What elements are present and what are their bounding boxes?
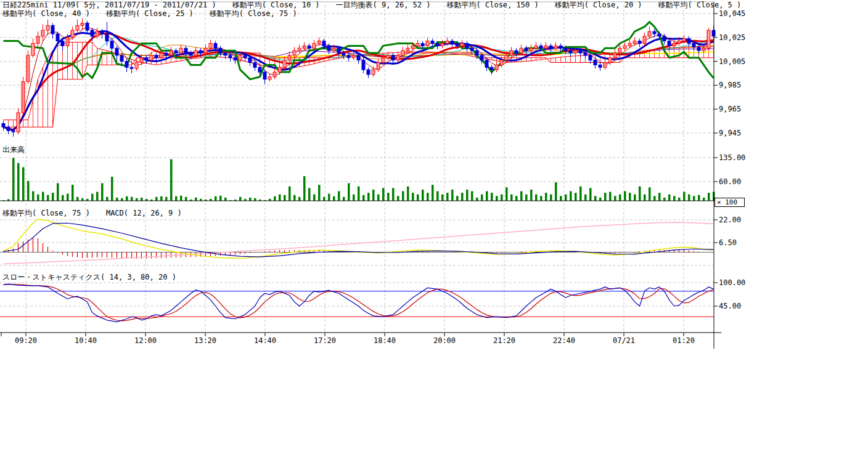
header-indicator-label-2: 一目均衡表( 9, 26, 52 ) bbox=[336, 1, 431, 9]
price-axis-tick-label: 9,945 bbox=[719, 129, 741, 137]
header-indicator-label2-0: 移動平均( Close, 40 ) bbox=[2, 10, 90, 18]
header-indicator-label-5: 移動平均( Close, 5 ) bbox=[658, 1, 742, 9]
time-axis-tick-label: 17:20 bbox=[314, 337, 336, 345]
stochastics-pane-label: スロー・ストキャスティクス( 14, 3, 80, 20 ) bbox=[2, 273, 176, 281]
price-axis-tick-label: 10,005 bbox=[719, 58, 745, 66]
macd-pane-label-0: 移動平均( Close, 75 ) bbox=[2, 209, 90, 217]
header-indicator-label2-2: 移動平均( Close, 75 ) bbox=[210, 10, 297, 18]
stoch-axis-tick-label: 100.00 bbox=[719, 279, 745, 287]
macd-pane-label-row: 移動平均( Close, 75 )MACD( 12, 26, 9 ) bbox=[2, 209, 182, 217]
moving-average-lines bbox=[4, 22, 714, 130]
header-indicator-label2-1: 移動平均( Close, 25 ) bbox=[106, 10, 194, 18]
volume-multiplier-badge: × 100 bbox=[714, 198, 745, 207]
macd-pane-label-1: MACD( 12, 26, 9 ) bbox=[106, 209, 182, 217]
time-axis-tick-label: 09:20 bbox=[15, 337, 37, 345]
stochastics-pane bbox=[0, 284, 714, 321]
volume-axis-tick-label: 60.00 bbox=[719, 178, 741, 186]
time-axis-tick-label: 20:00 bbox=[433, 337, 456, 345]
volume-pane bbox=[2, 158, 715, 201]
macd-axis-tick-label: 6.50 bbox=[719, 239, 737, 247]
volume-pane-label: 出来高 bbox=[2, 146, 25, 154]
time-axis-tick-label: 01:20 bbox=[673, 337, 695, 345]
header-indicator-label-4: 移動平均( Close, 20 ) bbox=[555, 1, 642, 9]
time-axis-tick-label: 22:40 bbox=[553, 337, 575, 345]
time-axis-tick-label: 12:00 bbox=[134, 337, 157, 345]
time-axis-tick-label: 18:40 bbox=[374, 337, 396, 345]
header-indicator-label-3: 移動平均( Close, 150 ) bbox=[447, 1, 539, 9]
time-axis-tick-label: 13:20 bbox=[194, 337, 216, 345]
chart-canvas[interactable] bbox=[0, 0, 868, 473]
indicator-header-row-1: 日経225mini 11/09( 5分, 2011/07/19 - 2011/0… bbox=[2, 1, 741, 9]
time-axis-tick-label: 10:40 bbox=[75, 337, 97, 345]
price-axis-tick-label: 9,965 bbox=[719, 105, 741, 113]
macd-axis-tick-label: 22.00 bbox=[719, 216, 741, 224]
volume-axis-tick-label: 135.00 bbox=[719, 154, 745, 162]
time-axis-tick-label: 14:40 bbox=[254, 337, 276, 345]
price-axis-tick-label: 10,045 bbox=[719, 10, 745, 18]
chart-application-window: 日経225mini 11/09( 5分, 2011/07/19 - 2011/0… bbox=[0, 0, 868, 473]
header-indicator-label-1: 移動平均( Close, 10 ) bbox=[232, 1, 320, 9]
price-axis-tick-label: 9,985 bbox=[719, 81, 741, 89]
header-indicator-label-0: 日経225mini 11/09( 5分, 2011/07/19 - 2011/0… bbox=[2, 1, 216, 9]
candlestick-series bbox=[2, 18, 715, 137]
time-axis-tick-label: 07/21 bbox=[613, 337, 635, 345]
price-axis-tick-label: 10,025 bbox=[719, 34, 745, 42]
macd-pane bbox=[0, 219, 714, 264]
indicator-header-row-2: 移動平均( Close, 40 )移動平均( Close, 25 )移動平均( … bbox=[2, 10, 297, 18]
stoch-axis-tick-label: 45.00 bbox=[719, 302, 741, 310]
time-axis-tick-label: 21:20 bbox=[493, 337, 515, 345]
